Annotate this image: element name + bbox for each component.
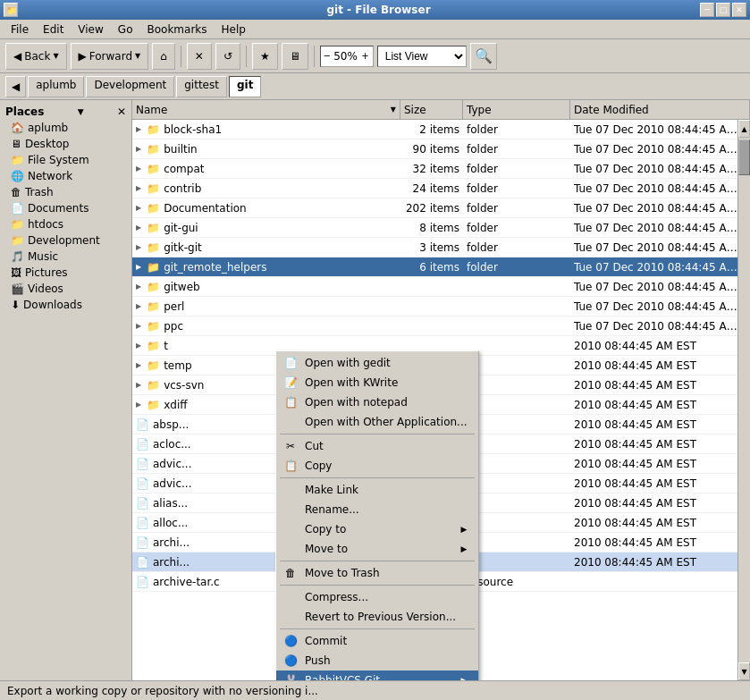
table-row[interactable]: ▶📁gitweb Tue 07 Dec 2010 08:44:45 AM EST [132, 277, 750, 297]
back-dropdown-icon[interactable]: ▼ [53, 52, 58, 60]
ctx-commit[interactable]: 🔵 Commit [276, 631, 478, 651]
sidebar-item-htdocs[interactable]: 📁 htdocs [0, 216, 131, 232]
sidebar-item-desktop[interactable]: 🖥 Desktop [0, 136, 131, 152]
ctx-move-to[interactable]: Move to ▶ [276, 539, 478, 559]
back-button[interactable]: ◀ Back ▼ [5, 43, 67, 70]
sidebar-item-videos[interactable]: 🎬 Videos [0, 281, 131, 297]
ctx-move-trash[interactable]: 🗑 Move to Trash [276, 563, 478, 583]
places-close-icon[interactable]: ✕ [117, 105, 126, 118]
file-area: Name ▼ Size Type Date Modified ▶📁block-s… [132, 100, 750, 680]
ctx-commit-label: Commit [305, 635, 347, 647]
file-icon: 📄 [136, 556, 149, 569]
menu-help[interactable]: Help [215, 21, 253, 38]
scroll-thumb[interactable] [738, 139, 750, 175]
view-select[interactable]: List View Icon View Compact View [377, 46, 467, 67]
breadcrumb-development[interactable]: Development [86, 76, 174, 97]
zoom-increase-icon[interactable]: + [361, 51, 368, 61]
ctx-rabbitvcs-git[interactable]: 🐰 RabbitVCS Git ▶ [276, 670, 478, 680]
separator-3 [314, 46, 315, 67]
maximize-button[interactable]: □ [716, 3, 730, 17]
menu-edit[interactable]: Edit [36, 21, 71, 38]
sidebar-item-downloads[interactable]: ⬇ Downloads [0, 297, 131, 313]
ctx-revert[interactable]: Revert to Previous Version... [276, 607, 478, 627]
ctx-push[interactable]: 🔵 Push [276, 651, 478, 670]
close-button[interactable]: ✕ [732, 3, 746, 17]
breadcrumb-git[interactable]: git [229, 76, 261, 97]
table-row[interactable]: ▶📁compat 32 items folder Tue 07 Dec 2010… [132, 159, 750, 179]
move-to-icon [283, 542, 298, 556]
breadcrumb-aplumb[interactable]: aplumb [28, 76, 84, 97]
cut-icon: ✂ [283, 439, 298, 453]
sidebar-item-trash[interactable]: 🗑 Trash [0, 184, 131, 200]
sidebar-item-development[interactable]: 📁 Development [0, 232, 131, 249]
stop-button[interactable]: ✕ [187, 43, 212, 70]
ctx-open-kwrite[interactable]: 📝 Open with KWrite [276, 373, 478, 392]
videos-icon: 🎬 [11, 283, 24, 295]
col-header-type[interactable]: Type [463, 100, 570, 119]
window-controls[interactable]: ─ □ ✕ [700, 3, 746, 17]
ctx-copy-to[interactable]: Copy to ▶ [276, 519, 478, 539]
table-row[interactable]: ▶📁contrib 24 items folder Tue 07 Dec 201… [132, 179, 750, 198]
menu-bookmarks[interactable]: Bookmarks [139, 21, 214, 38]
ctx-open-notepad[interactable]: 📋 Open with notepad [276, 392, 478, 412]
table-row[interactable]: ▶📁perl Tue 07 Dec 2010 08:44:45 AM EST [132, 297, 750, 316]
table-row[interactable]: ▶📁git-gui 8 items folder Tue 07 Dec 2010… [132, 218, 750, 238]
table-row[interactable]: ▶📁Documentation 202 items folder Tue 07 … [132, 198, 750, 218]
search-button[interactable]: 🔍 [470, 43, 497, 70]
computer-button[interactable]: 🖥 [282, 43, 308, 70]
col-header-size[interactable]: Size [400, 100, 463, 119]
sidebar-item-aplumb[interactable]: 🏠 aplumb [0, 120, 131, 136]
status-bar: Export a working copy or repository with… [0, 680, 750, 700]
sidebar-item-documents[interactable]: 📄 Documents [0, 200, 131, 216]
home-button[interactable]: ⌂ [152, 43, 175, 70]
refresh-button[interactable]: ↺ [215, 43, 240, 70]
menu-go[interactable]: Go [111, 21, 140, 38]
pictures-icon: 🖼 [11, 266, 21, 279]
sidebar-item-filesystem[interactable]: 📁 File System [0, 152, 131, 168]
ctx-sep-2 [280, 477, 475, 478]
sidebar-item-network[interactable]: 🌐 Network [0, 168, 131, 184]
window-title: git - File Browser [57, 4, 700, 16]
ctx-compress[interactable]: Compress... [276, 587, 478, 607]
ctx-cut[interactable]: ✂ Cut [276, 436, 478, 456]
table-row[interactable]: ▶📁git_remote_helpers 6 items folder Tue … [132, 257, 750, 277]
ctx-move-trash-label: Move to Trash [305, 567, 380, 579]
col-header-name[interactable]: Name ▼ [132, 100, 400, 119]
bookmark-button[interactable]: ★ [252, 43, 278, 70]
scroll-up-button[interactable]: ▲ [738, 120, 750, 138]
ctx-open-other[interactable]: Open with Other Application... [276, 412, 478, 432]
table-row[interactable]: ▶📁builtin 90 items folder Tue 07 Dec 201… [132, 139, 750, 159]
col-header-date[interactable]: Date Modified [570, 100, 750, 119]
file-icon: 📄 [136, 517, 149, 529]
forward-button[interactable]: ▶ Forward ▼ [71, 43, 149, 70]
commit-icon: 🔵 [283, 634, 298, 648]
places-dropdown-icon[interactable]: ▼ [78, 107, 84, 116]
development-icon: 📁 [11, 234, 24, 247]
ctx-open-gedit[interactable]: 📄 Open with gedit [276, 353, 478, 373]
menu-view[interactable]: View [71, 21, 110, 38]
folder-icon: 📁 [147, 261, 160, 274]
minimize-button[interactable]: ─ [700, 3, 714, 17]
table-row[interactable]: ▶📁gitk-git 3 items folder Tue 07 Dec 201… [132, 238, 750, 257]
file-icon: 📄 [136, 576, 149, 588]
ctx-make-link[interactable]: Make Link [276, 480, 478, 500]
nav-left-button[interactable]: ◀ [5, 76, 26, 97]
scroll-down-button[interactable]: ▼ [738, 662, 750, 680]
sidebar-item-label: Documents [28, 202, 88, 215]
refresh-icon: ↺ [223, 50, 232, 63]
table-row[interactable]: ▶📁block-sha1 2 items folder Tue 07 Dec 2… [132, 120, 750, 139]
bookmark-icon: ★ [260, 50, 270, 63]
home-icon: ⌂ [160, 50, 167, 63]
forward-dropdown-icon[interactable]: ▼ [135, 52, 140, 60]
breadcrumb-gittest[interactable]: gittest [176, 76, 227, 97]
ctx-sep-4 [280, 585, 475, 586]
sidebar-item-music[interactable]: 🎵 Music [0, 249, 131, 265]
separator-1 [181, 46, 181, 67]
ctx-rename[interactable]: Rename... [276, 500, 478, 519]
ctx-copy[interactable]: 📋 Copy [276, 456, 478, 476]
scrollbar[interactable]: ▲ ▼ [737, 120, 750, 680]
sidebar-item-pictures[interactable]: 🖼 Pictures [0, 265, 131, 281]
menu-file[interactable]: File [4, 21, 36, 38]
table-row[interactable]: ▶📁ppc Tue 07 Dec 2010 08:44:45 AM EST [132, 316, 750, 336]
zoom-control[interactable]: ─ 50% + [320, 46, 374, 67]
